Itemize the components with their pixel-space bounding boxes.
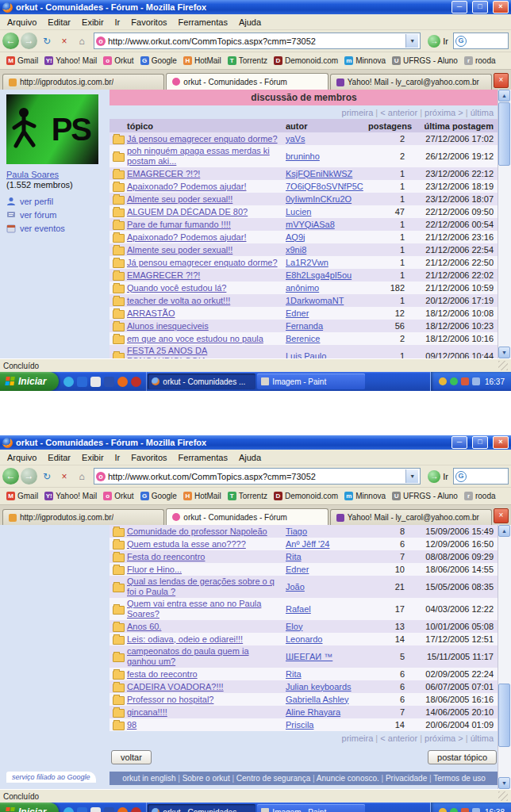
author-link[interactable]: x9ni8 bbox=[286, 245, 368, 255]
maximize-button[interactable]: □ bbox=[472, 1, 488, 13]
home-button[interactable]: ⌂ bbox=[74, 469, 90, 485]
topic-link[interactable]: FESTA 25 ANOS DA FONOAUDIOLOGIA bbox=[127, 346, 286, 358]
antivirus-icon[interactable] bbox=[450, 377, 458, 385]
author-link[interactable]: bruninho bbox=[286, 151, 368, 162]
pagination-link[interactable]: próxima > bbox=[425, 108, 471, 117]
close-button[interactable]: × bbox=[493, 1, 509, 13]
sidebar-link-events[interactable]: ver eventos bbox=[6, 224, 105, 233]
bookmark-item[interactable]: Y! Yahoo! Mail bbox=[41, 490, 100, 502]
bookmark-item[interactable]: M Gmail bbox=[3, 490, 41, 502]
search-box[interactable]: G bbox=[453, 468, 509, 485]
vertical-scrollbar[interactable]: ▲ ▼ bbox=[498, 525, 511, 789]
stop-button[interactable]: × bbox=[56, 469, 72, 485]
maximize-button[interactable]: □ bbox=[472, 436, 488, 449]
author-link[interactable]: KsjFQEniNkWSZ bbox=[286, 169, 368, 179]
go-button[interactable]: → Ir bbox=[425, 35, 451, 48]
footer-link[interactable]: Anuncie conosco. bbox=[317, 774, 386, 783]
volume-icon[interactable] bbox=[439, 808, 447, 812]
topic-link[interactable]: Professor no hospital? bbox=[127, 695, 286, 705]
tab-yahoo-mail[interactable]: Yahoo! Mail - ly_carol@yahoo.com.br bbox=[330, 74, 492, 90]
opera-icon[interactable] bbox=[131, 807, 141, 812]
author-link[interactable]: 7O6iQF8oSVNfP5C bbox=[286, 182, 368, 192]
network-icon[interactable] bbox=[461, 808, 469, 812]
author-link[interactable]: Julian keyboards bbox=[286, 682, 368, 692]
start-button[interactable]: Iniciar bbox=[0, 372, 59, 391]
topic-link[interactable]: ALGUEM DA DÉCADA DE 80? bbox=[127, 207, 286, 217]
menu-item[interactable]: Favoritos bbox=[125, 451, 172, 464]
topic-link[interactable]: teacher de volta ao orkut!!! bbox=[127, 296, 286, 306]
topic-link[interactable]: Quem vai entra esse ano no Paula Soares? bbox=[127, 599, 286, 619]
scroll-down-icon[interactable]: ▼ bbox=[498, 777, 510, 789]
author-link[interactable]: Priscila bbox=[286, 720, 368, 730]
menu-item[interactable]: Ajuda bbox=[233, 451, 267, 464]
menu-item[interactable]: Ir bbox=[110, 16, 126, 29]
sidebar-link-forum[interactable]: ver fórum bbox=[6, 210, 105, 220]
topic-link[interactable]: Pare de fumar fumando !!!! bbox=[127, 220, 286, 230]
menu-item[interactable]: Ir bbox=[110, 451, 126, 464]
close-button[interactable]: × bbox=[493, 436, 509, 449]
topic-link[interactable]: Almente seu poder sexual!! bbox=[127, 194, 286, 205]
author-link[interactable]: João bbox=[286, 582, 368, 592]
messenger-icon[interactable] bbox=[63, 377, 74, 387]
bookmark-item[interactable]: T Torrentz bbox=[225, 55, 271, 67]
bookmark-item[interactable]: o Orkut bbox=[100, 55, 136, 67]
author-link[interactable]: E8h2Lsga4pI5ou bbox=[286, 270, 368, 281]
author-link[interactable]: anônimo bbox=[286, 283, 368, 293]
author-link[interactable]: Edner bbox=[286, 565, 368, 575]
word-icon[interactable] bbox=[104, 377, 114, 387]
back-button[interactable]: ← bbox=[2, 33, 19, 49]
topic-link[interactable]: campeonatos do paula quem ia ganhou um? bbox=[127, 646, 286, 667]
opera-icon[interactable] bbox=[131, 377, 141, 387]
sidebar-link-profile[interactable]: ver perfil bbox=[6, 197, 105, 206]
stop-button[interactable]: × bbox=[56, 33, 72, 49]
tab-igprodutos[interactable]: http://igprodutos.ig.com.br/ bbox=[2, 509, 164, 525]
author-link[interactable]: Gabriella Ashley bbox=[286, 695, 368, 705]
footer-link[interactable]: Privacidade bbox=[386, 774, 433, 783]
footer-link[interactable]: Sobre o orkut bbox=[182, 774, 236, 783]
author-link[interactable]: Leonardo bbox=[286, 634, 368, 645]
bookmark-item[interactable]: U UFRGS - Aluno bbox=[389, 55, 461, 67]
pagination-link[interactable]: primeira bbox=[342, 733, 381, 743]
minimize-button[interactable]: ─ bbox=[451, 1, 467, 13]
taskbar-button-paint[interactable]: Imagem - Paint bbox=[257, 804, 365, 812]
author-link[interactable]: Rita bbox=[286, 669, 368, 680]
home-button[interactable]: ⌂ bbox=[74, 33, 90, 49]
topic-link[interactable]: Comunidade do professor Napoleão bbox=[127, 527, 286, 537]
url-input[interactable] bbox=[108, 36, 403, 46]
pagination-link[interactable]: < anterior bbox=[380, 733, 425, 743]
resize-grip[interactable] bbox=[498, 361, 508, 370]
author-link[interactable]: Aline Rhayara bbox=[286, 707, 368, 718]
bookmark-item[interactable]: H HotMail bbox=[180, 490, 225, 502]
topic-link[interactable]: ARRASTÃO bbox=[127, 308, 286, 319]
author-link[interactable]: 1DarkwomaNT bbox=[286, 296, 368, 306]
start-button[interactable]: Iniciar bbox=[0, 802, 59, 812]
volume-icon[interactable] bbox=[439, 377, 447, 385]
menu-item[interactable]: Ajuda bbox=[233, 16, 267, 29]
bookmark-item[interactable]: D Demonoid.com bbox=[271, 55, 341, 67]
menu-item[interactable]: Ferramentas bbox=[173, 16, 233, 29]
author-link[interactable]: Luis Paulo bbox=[286, 351, 368, 359]
url-dropdown-icon[interactable]: ▼ bbox=[405, 469, 418, 483]
bookmark-item[interactable]: M Gmail bbox=[3, 55, 41, 67]
topic-link[interactable]: poh ninguém apaga essas merdas ki postam… bbox=[127, 146, 286, 167]
menu-item[interactable]: Arquivo bbox=[2, 451, 42, 464]
author-link[interactable]: Tiago bbox=[286, 527, 368, 537]
pagination-link[interactable]: primeira bbox=[342, 108, 381, 117]
reload-button[interactable]: ↻ bbox=[39, 469, 55, 485]
search-box[interactable]: G bbox=[453, 33, 509, 49]
go-button[interactable]: → Ir bbox=[425, 470, 451, 483]
close-tab-button[interactable]: × bbox=[494, 73, 509, 88]
pagination-link[interactable]: última bbox=[471, 108, 494, 117]
topic-link[interactable]: Quem estuda la esse ano???? bbox=[127, 539, 286, 550]
forward-button[interactable]: → bbox=[21, 33, 37, 49]
topic-link[interactable]: CADEIRA VOADORA?!!! bbox=[127, 682, 286, 692]
bookmark-item[interactable]: m Minnova bbox=[341, 490, 389, 502]
bookmark-item[interactable]: T Torrentz bbox=[225, 490, 271, 502]
topic-link[interactable]: Apaixonado? Podemos ajudar! bbox=[127, 182, 286, 192]
bookmark-item[interactable]: r rooda bbox=[461, 55, 499, 67]
community-name-link[interactable]: Paula Soares bbox=[6, 170, 59, 179]
menu-item[interactable]: Ferramentas bbox=[173, 451, 233, 464]
author-link[interactable]: Eloy bbox=[286, 622, 368, 632]
tab-igprodutos[interactable]: http://igprodutos.ig.com.br/ bbox=[2, 74, 164, 90]
topic-link[interactable]: Apaixonado? Podemos ajudar! bbox=[127, 232, 286, 243]
